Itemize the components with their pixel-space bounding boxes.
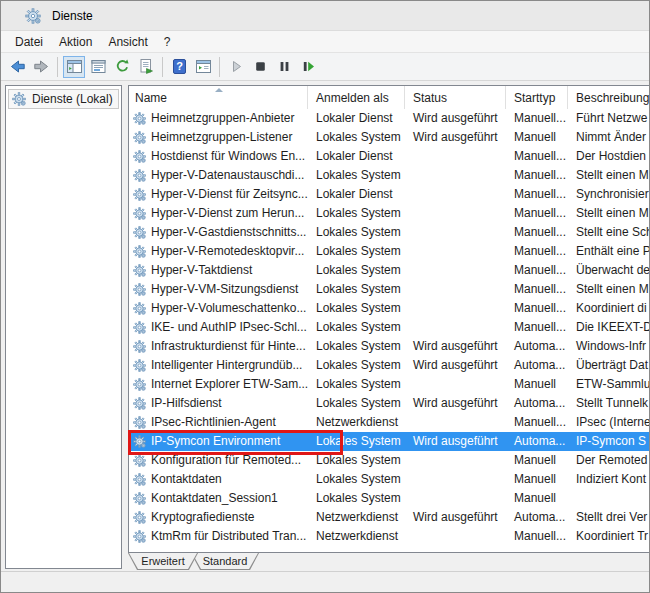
startup-type-cell: Manuell <box>506 451 568 470</box>
back-icon[interactable] <box>6 56 28 78</box>
tab-standard-label: Standard <box>192 553 258 569</box>
logon-as-cell: Netzwerkdienst <box>308 508 405 527</box>
status-cell <box>405 413 506 432</box>
start-service-icon[interactable] <box>225 56 247 78</box>
description-cell: Stellt eine Sch <box>568 223 650 242</box>
menu-item-hilfe[interactable]: ? <box>156 33 179 51</box>
table-row[interactable]: Hyper-V-Dienst zum Herun... Lokales Syst… <box>129 204 650 223</box>
table-row[interactable]: Hyper-V-VM-Sitzungsdienst Lokales System… <box>129 280 650 299</box>
help-icon[interactable]: ? <box>168 56 190 78</box>
startup-type-cell: Manuell... <box>506 204 568 223</box>
table-row[interactable]: IPsec-Richtlinien-Agent Netzwerkdienst M… <box>129 413 650 432</box>
service-name-cell: Hyper-V-Volumeschattenko... <box>129 299 308 318</box>
tab-erweitert-label: Erweitert <box>129 553 197 569</box>
refresh-icon[interactable] <box>111 56 133 78</box>
status-cell <box>405 527 506 546</box>
description-cell: Nimmt Änder <box>568 128 650 147</box>
show-console-tree-icon[interactable] <box>63 56 85 78</box>
logon-as-cell: Lokales System <box>308 242 405 261</box>
description-cell: Stellt einen M <box>568 204 650 223</box>
sort-ascending-icon <box>215 88 223 92</box>
logon-as-cell: Lokales System <box>308 280 405 299</box>
menu-item-ansicht[interactable]: Ansicht <box>100 33 155 51</box>
table-row[interactable]: Hyper-V-Datenaustauschdi... Lokales Syst… <box>129 166 650 185</box>
table-row[interactable]: Hyper-V-Volumeschattenko... Lokales Syst… <box>129 299 650 318</box>
service-gear-icon <box>133 112 146 125</box>
table-row[interactable]: Intelligenter Hintergrundüb... Lokales S… <box>129 356 650 375</box>
table-row[interactable]: IP-Hilfsdienst Lokales System Wird ausge… <box>129 394 650 413</box>
status-cell: Wird ausgeführt <box>405 356 506 375</box>
startup-type-cell: Manuell... <box>506 185 568 204</box>
column-header-starttyp[interactable]: Starttyp <box>506 86 568 109</box>
table-row[interactable]: Heimnetzgruppen-Listener Lokales System … <box>129 128 650 147</box>
tree-item-dienste-lokal[interactable]: Dienste (Lokal) <box>8 89 119 109</box>
description-cell: Der Hostdien <box>568 147 650 166</box>
startup-type-cell: Automa... <box>506 337 568 356</box>
service-name-cell: Infrastrukturdienst für Hinte... <box>129 337 308 356</box>
description-cell: Stellt einen M <box>568 166 650 185</box>
logon-as-cell: Lokales System <box>308 394 405 413</box>
forward-icon[interactable] <box>30 56 52 78</box>
services-gear-icon <box>12 92 26 106</box>
status-cell <box>405 375 506 394</box>
description-cell: Führt Netzwe <box>568 109 650 128</box>
show-action-pane-icon[interactable] <box>192 56 214 78</box>
status-cell <box>405 223 506 242</box>
service-name-cell: Hyper-V-Remotedesktopvir... <box>129 242 308 261</box>
table-row[interactable]: IP-Symcon Environment Lokales System Wir… <box>129 432 650 451</box>
restart-service-icon[interactable] <box>297 56 319 78</box>
logon-as-cell: Lokales System <box>308 470 405 489</box>
table-row[interactable]: Internet Explorer ETW-Sam... Lokales Sys… <box>129 375 650 394</box>
column-header-name[interactable]: Name <box>129 86 308 109</box>
description-cell: ETW-Sammlu <box>568 375 650 394</box>
service-gear-icon <box>133 302 146 315</box>
service-gear-icon <box>133 169 146 182</box>
logon-as-cell: Lokales System <box>308 318 405 337</box>
export-list-icon[interactable] <box>135 56 157 78</box>
pause-service-icon[interactable] <box>273 56 295 78</box>
table-row[interactable]: Konfiguration für Remoted... Lokales Sys… <box>129 451 650 470</box>
table-row[interactable]: Hyper-V-Dienst für Zeitsync... Lokaler D… <box>129 185 650 204</box>
startup-type-cell: Automa... <box>506 508 568 527</box>
table-row[interactable]: Hostdienst für Windows En... Lokaler Die… <box>129 147 650 166</box>
description-cell: Indiziert Kont <box>568 470 650 489</box>
table-row[interactable]: Kryptografiedienste Netzwerkdienst Wird … <box>129 508 650 527</box>
table-row[interactable]: Kontaktdaten Lokales System Manuell Indi… <box>129 470 650 489</box>
table-row[interactable]: KtmRm für Distributed Tran... Netzwerkdi… <box>129 527 650 546</box>
column-header-anmelden-als[interactable]: Anmelden als <box>308 86 405 109</box>
service-name-cell: Hyper-V-Taktdienst <box>129 261 308 280</box>
service-gear-icon <box>133 245 146 258</box>
description-cell <box>568 489 650 508</box>
status-cell <box>405 147 506 166</box>
status-cell <box>405 489 506 508</box>
services-list: Heimnetzgruppen-Anbieter Lokaler Dienst … <box>129 109 650 546</box>
logon-as-cell: Lokales System <box>308 299 405 318</box>
table-row[interactable]: Hyper-V-Gastdienstschnitts... Lokales Sy… <box>129 223 650 242</box>
properties-icon[interactable] <box>87 56 109 78</box>
table-row[interactable]: Hyper-V-Remotedesktopvir... Lokales Syst… <box>129 242 650 261</box>
tab-standard[interactable]: Standard <box>191 553 259 570</box>
status-cell: Wird ausgeführt <box>405 128 506 147</box>
column-header-beschreibung[interactable]: Beschreibung <box>568 86 650 109</box>
service-gear-icon <box>133 530 146 543</box>
service-gear-icon <box>133 454 146 467</box>
tab-erweitert[interactable]: Erweitert <box>128 553 198 570</box>
menu-item-datei[interactable]: Datei <box>7 33 51 51</box>
stop-service-icon[interactable] <box>249 56 271 78</box>
service-name-cell: IPsec-Richtlinien-Agent <box>129 413 308 432</box>
table-row[interactable]: Heimnetzgruppen-Anbieter Lokaler Dienst … <box>129 109 650 128</box>
service-gear-icon <box>133 340 146 353</box>
startup-type-cell: Manuell... <box>506 147 568 166</box>
column-header-status[interactable]: Status <box>405 86 506 109</box>
table-row[interactable]: IKE- und AuthIP IPsec-Schl... Lokales Sy… <box>129 318 650 337</box>
table-row[interactable]: Hyper-V-Taktdienst Lokales System Manuel… <box>129 261 650 280</box>
status-cell: Wird ausgeführt <box>405 394 506 413</box>
table-row[interactable]: Kontaktdaten_Session1 Lokales System Man… <box>129 489 650 508</box>
service-name-cell: Internet Explorer ETW-Sam... <box>129 375 308 394</box>
startup-type-cell: Manuell... <box>506 413 568 432</box>
services-window: Dienste DateiAktionAnsicht? <box>0 0 650 593</box>
service-gear-icon <box>133 283 146 296</box>
toolbar: ? <box>1 53 649 81</box>
table-row[interactable]: Infrastrukturdienst für Hinte... Lokales… <box>129 337 650 356</box>
menu-item-aktion[interactable]: Aktion <box>51 33 100 51</box>
